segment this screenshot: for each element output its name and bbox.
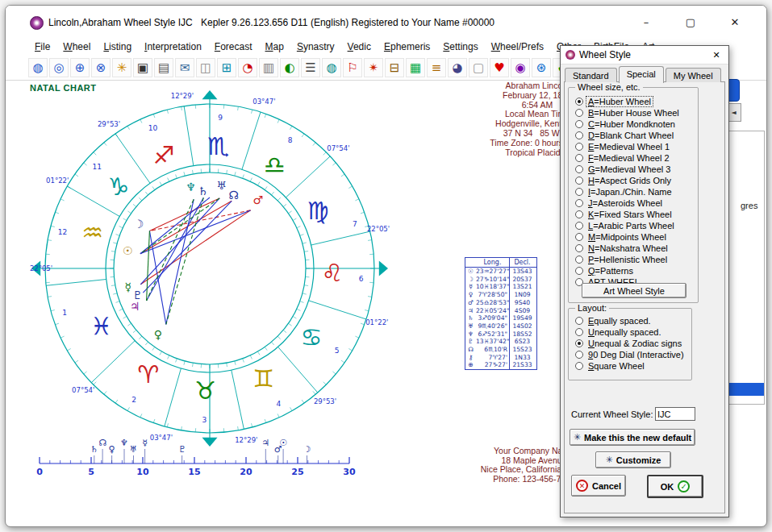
wheel-option-5[interactable]: F=Medieval Wheel 2 [575, 152, 696, 164]
svg-text:9: 9 [218, 114, 223, 122]
relationship-heart-icon[interactable]: ♥ [490, 58, 509, 77]
menu-item-interpretation[interactable]: Interpretation [138, 39, 208, 54]
wheel-option-6[interactable]: G=Medieval Wheel 3 [575, 164, 696, 175]
layout-option-4[interactable]: Square Wheel [575, 360, 690, 372]
art-wheel-style-button[interactable]: Art Wheel Style [582, 283, 686, 298]
art-wheel-icon[interactable]: ✳ [112, 58, 131, 77]
wheel-option-7[interactable]: H=Aspect Grids Only [575, 175, 696, 186]
layout-option-3[interactable]: 90 Deg Dial (Interactive) [575, 349, 690, 360]
menu-item-wheelprefs[interactable]: Wheel/Prefs [485, 39, 550, 54]
menu-item-file[interactable]: File [28, 39, 56, 54]
menu-item-forecast[interactable]: Forecast [208, 39, 259, 54]
wheel-option-3[interactable]: D=Blank Chart Wheel [575, 130, 696, 141]
quadwheel-icon[interactable]: ⊗ [91, 58, 111, 77]
page-setup-icon[interactable]: ◫ [196, 58, 215, 77]
wheel-option-9[interactable]: J=Asteroids Wheel [575, 197, 696, 209]
pie-chart-icon[interactable]: ◔ [238, 58, 257, 77]
radio-icon [575, 154, 583, 162]
globe-icon[interactable]: ◍ [322, 58, 341, 77]
svg-text:01°22': 01°22' [365, 318, 388, 326]
listing-icon[interactable]: ▥ [259, 58, 278, 77]
dialog-tabs: StandardSpecialMy Wheel [565, 66, 723, 82]
layout-option-2[interactable]: Unequal & Zodiac signs [575, 338, 690, 349]
wheel-size-group-label: Wheel size, etc. [575, 82, 643, 92]
background-listbox[interactable]: gres [725, 131, 765, 405]
maximize-button[interactable]: ▢ [674, 11, 707, 32]
svg-text:6: 6 [359, 275, 364, 283]
pattern-wheel-icon[interactable]: ⊛ [532, 58, 551, 77]
close-button[interactable]: ✕ [718, 11, 752, 32]
svg-text:♓: ♓ [90, 312, 112, 340]
camera-icon[interactable]: ▣ [133, 58, 152, 77]
tab-standard[interactable]: Standard [565, 68, 617, 82]
layout-option-1[interactable]: Unequally spaced. [575, 326, 690, 338]
svg-text:♄: ♄ [90, 444, 98, 455]
menu-item-synastry[interactable]: Synastry [290, 39, 341, 54]
svg-text:☊: ☊ [228, 189, 238, 202]
wheel-option-10[interactable]: K=Fixed Stars Wheel [575, 209, 696, 220]
wheel-size-group: Wheel size, etc. A=Huber WheelB=Huber Ho… [568, 87, 699, 303]
natal-wheel-chart: ♈♉♊♋♌♍♎♏♐♑♒♓12345678910111222°05'01°22'2… [20, 86, 399, 465]
asterisk-icon: ✳ [574, 432, 581, 443]
aspect-grid-icon[interactable]: ⊞ [217, 58, 236, 77]
menu-item-ephemeris[interactable]: Ephemeris [378, 39, 436, 54]
clock-icon[interactable]: ◕ [448, 58, 467, 77]
wheel-option-4[interactable]: E=Medieval Wheel 1 [575, 141, 696, 152]
menu-item-map[interactable]: Map [259, 39, 290, 54]
table-row: ♀7♈28'50"1N09 [465, 291, 536, 299]
wheel-option-12[interactable]: M=Midpoints Wheel [575, 231, 696, 243]
tab-my-wheel[interactable]: My Wheel [666, 68, 721, 82]
radio-label: I=Japan./Chin. Name [586, 187, 674, 197]
wheel-option-11[interactable]: L=Arabic Parts Wheel [575, 220, 696, 231]
title-bar[interactable]: Lincoln,Abraham Wheel Style IJC Kepler 9… [6, 6, 766, 38]
ok-check-icon: ✓ [678, 480, 690, 493]
printer-icon[interactable]: ▤ [154, 58, 173, 77]
natal-wheel-icon[interactable]: ◍ [28, 58, 48, 77]
make-default-button[interactable]: ✳ Make this the new default [570, 429, 695, 446]
dialog-close-button[interactable]: ✕ [704, 46, 728, 64]
wheel-option-8[interactable]: I=Japan./Chin. Name [575, 186, 696, 197]
wheel-option-1[interactable]: B=Huber House Wheel [575, 107, 696, 118]
text-listing-icon[interactable]: ☰ [301, 58, 320, 77]
composite-wheel-icon[interactable]: ◉ [511, 58, 530, 77]
blank-page-icon[interactable]: ▢ [469, 58, 488, 77]
radio-label: D=Blank Chart Wheel [586, 131, 675, 140]
wheel-option-15[interactable]: Q=Patterns [575, 265, 696, 276]
table-row: ♂25♎28'53"9S40 [465, 299, 536, 307]
calculator-icon[interactable]: ⊟ [385, 58, 404, 77]
table-row: ♄3♐09'04"19S49 [465, 314, 536, 322]
wheel-option-13[interactable]: N=Nakshatra Wheel [575, 243, 696, 254]
half-wheel-icon[interactable]: ◐ [280, 58, 299, 77]
svg-text:29°53': 29°53' [98, 120, 120, 128]
dialog-icon [565, 50, 575, 60]
wheel-option-14[interactable]: P=Hellenistic Wheel [575, 254, 696, 265]
wheel-option-2[interactable]: C=Huber Mondknoten [575, 118, 696, 130]
data-grid-icon[interactable]: ▦ [406, 58, 425, 77]
menu-item-listing[interactable]: Listing [97, 39, 138, 54]
customize-button[interactable]: ✳ Customize [595, 451, 671, 468]
svg-text:22°05': 22°05' [30, 264, 52, 272]
wheel-option-0[interactable]: A=Huber Wheel [575, 96, 696, 107]
menu-item-wheel[interactable]: Wheel [56, 39, 97, 54]
background-selected-row[interactable] [726, 383, 764, 396]
email-icon[interactable]: ✉ [175, 58, 194, 77]
map-flag-icon[interactable]: ⚐ [343, 58, 362, 77]
planet-position-table: Long. Decl. ☉23♒27'27"13S43☽27♑10'14"20S… [465, 257, 537, 370]
table-row: ☊6♏10'R15S23 [465, 346, 536, 354]
degree-ruler: 051015202530♄☊♀♆♅☿♇♃♂☉☽ [33, 436, 364, 483]
triwheel-icon[interactable]: ⊕ [70, 58, 90, 77]
tab-special[interactable]: Special [619, 66, 664, 83]
svg-text:♀: ♀ [109, 444, 115, 455]
current-style-input[interactable] [655, 407, 695, 421]
svg-text:11: 11 [93, 163, 102, 171]
menu-item-settings[interactable]: Settings [436, 39, 484, 54]
biwheel-icon[interactable]: ◎ [49, 58, 69, 77]
layout-option-0[interactable]: Equally spaced. [575, 315, 690, 326]
cancel-button[interactable]: ✕ Cancel [571, 475, 626, 497]
ok-button[interactable]: OK ✓ [647, 475, 703, 498]
vedic-star-icon[interactable]: ✴ [364, 58, 383, 77]
ephemeris-icon[interactable]: ≡ [427, 58, 446, 77]
menu-item-vedic[interactable]: Vedic [341, 39, 378, 54]
minimize-button[interactable]: – [629, 11, 663, 32]
dialog-title-bar[interactable]: Wheel Style [561, 46, 728, 64]
